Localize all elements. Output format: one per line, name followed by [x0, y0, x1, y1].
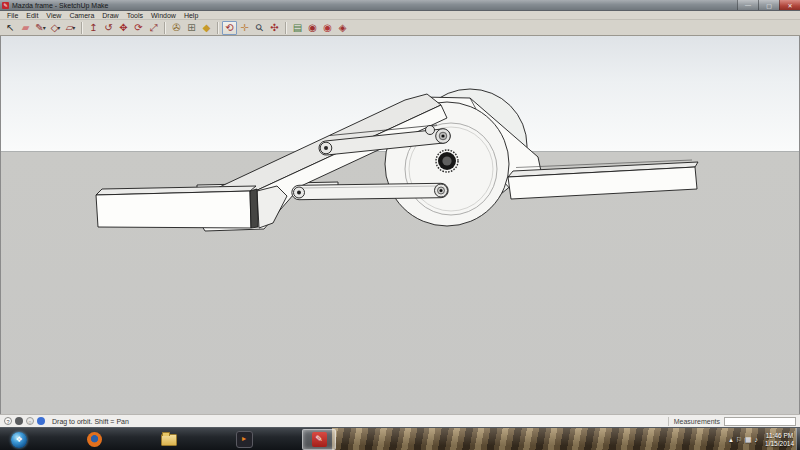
share-model-tool[interactable]: ◉ [320, 21, 335, 35]
dimension-tool-icon: ⊞ [187, 23, 195, 33]
components-tool[interactable]: ▤ [290, 21, 305, 35]
maximize-button[interactable]: ▢ [758, 0, 779, 10]
taskbar-item-sketchup-icon: ✎ [312, 432, 327, 447]
push-pull-tool-icon: ↥ [89, 23, 97, 33]
window-controls: —▢✕ [737, 0, 800, 10]
taskbar: ❖▸✎ ▴⚐▦♪ 11:46 PM 1/15/2014 [0, 427, 800, 450]
desktop-wallpaper-glass [332, 428, 796, 450]
start-button[interactable]: ❖ [2, 429, 36, 450]
taskbar-items: ❖▸✎ [2, 428, 377, 450]
taskbar-clock[interactable]: 11:46 PM 1/15/2014 [765, 432, 794, 447]
clevis-pivot [426, 126, 435, 135]
pan-tool-icon: ✛ [240, 23, 248, 33]
menu-edit[interactable]: Edit [22, 11, 42, 20]
zoom-tool-icon: ⚲ [253, 21, 265, 33]
status-bar: ?○ Drag to orbit. Shift = Pan Measuremen… [0, 414, 800, 427]
shapes-tool[interactable]: ◇▾ [48, 21, 63, 35]
dimension-tool[interactable]: ⊞ [184, 21, 199, 35]
orbit-tool-icon: ⟲ [225, 23, 233, 33]
move-tool-icon: ✥ [119, 23, 127, 33]
credits-icon[interactable]: ○ [26, 417, 34, 425]
arcs-tool[interactable]: ▱▾ [63, 21, 78, 35]
follow-me-tool[interactable]: ↺ [101, 21, 116, 35]
taskbar-item-sketchup[interactable]: ✎ [302, 429, 336, 450]
menu-camera[interactable]: Camera [65, 11, 98, 20]
measurements-label: Measurements [674, 418, 720, 425]
statusbar-icons: ?○ [4, 417, 48, 425]
menu-draw[interactable]: Draw [98, 11, 122, 20]
toolbar-separator [285, 22, 287, 34]
menu-tools[interactable]: Tools [123, 11, 147, 20]
zoom-extents-tool[interactable]: ✣ [267, 21, 282, 35]
scale-tool[interactable]: ⤢ [146, 21, 161, 35]
paint-bucket-tool-icon: ◆ [203, 23, 211, 33]
left-beam [96, 191, 251, 228]
get-models-tool[interactable]: ◉ [305, 21, 320, 35]
toolbar-separator [81, 22, 83, 34]
left-beam-cap [250, 189, 258, 228]
get-models-tool-icon: ◉ [308, 23, 317, 33]
tape-measure-tool-icon: ✇ [172, 23, 180, 33]
viewport[interactable] [0, 36, 800, 414]
close-button[interactable]: ✕ [779, 0, 800, 10]
arcs-tool-dropdown-icon[interactable]: ▾ [72, 24, 75, 31]
rotate-tool-icon: ⟳ [134, 23, 142, 33]
volume-icon[interactable]: ♪ [755, 436, 759, 444]
signin-icon[interactable] [37, 417, 45, 425]
taskbar-item-media-player[interactable]: ▸ [227, 429, 261, 450]
taskbar-item-firefox[interactable] [77, 429, 111, 450]
clock-time: 11:46 PM [766, 432, 793, 439]
select-tool[interactable]: ↖ [3, 21, 18, 35]
share-model-tool-icon: ◉ [323, 23, 332, 33]
menu-file[interactable]: File [3, 11, 22, 20]
start-button-icon: ❖ [11, 432, 27, 448]
follow-me-tool-icon: ↺ [104, 23, 112, 33]
select-tool-icon: ↖ [6, 23, 14, 33]
lower-link [292, 183, 448, 199]
menu-bar: FileEditViewCameraDrawToolsWindowHelp [0, 11, 800, 20]
push-pull-tool[interactable]: ↥ [86, 21, 101, 35]
move-tool[interactable]: ✥ [116, 21, 131, 35]
title-bar: ✎ Mazda frame - SketchUp Make —▢✕ [0, 0, 800, 11]
show-hidden-icons[interactable]: ▴ [729, 436, 733, 444]
zoom-extents-tool-icon: ✣ [270, 23, 278, 33]
network-icon[interactable]: ▦ [745, 436, 752, 444]
geolocation-icon[interactable] [15, 417, 23, 425]
clock-date: 1/15/2014 [765, 440, 794, 447]
paint-bucket-tool[interactable]: ◆ [199, 21, 214, 35]
menu-view[interactable]: View [42, 11, 65, 20]
extension-warehouse-tool[interactable]: ◈ [335, 21, 350, 35]
shapes-tool-dropdown-icon[interactable]: ▾ [57, 24, 60, 31]
taskbar-item-explorer[interactable] [152, 429, 186, 450]
line-tool-dropdown-icon[interactable]: ▾ [43, 24, 46, 31]
minimize-button[interactable]: — [737, 0, 758, 10]
hub-center [442, 156, 451, 165]
rotate-tool[interactable]: ⟳ [131, 21, 146, 35]
line-tool[interactable]: ✎▾ [33, 21, 48, 35]
menu-window[interactable]: Window [147, 11, 180, 20]
toolbar-separator [217, 22, 219, 34]
action-center-icon[interactable]: ⚐ [736, 436, 742, 444]
model-canvas[interactable] [1, 36, 799, 414]
eraser-tool-icon: ▰ [22, 23, 30, 33]
toolbar: ↖▰✎▾◇▾▱▾↥↺✥⟳⤢✇⊞◆⟲✛⚲✣▤◉◉◈ [0, 20, 800, 36]
extension-warehouse-tool-icon: ◈ [339, 23, 347, 33]
tape-measure-tool[interactable]: ✇ [169, 21, 184, 35]
toolbar-separator [164, 22, 166, 34]
menu-help[interactable]: Help [180, 11, 202, 20]
window-title: Mazda frame - SketchUp Make [12, 2, 108, 9]
sketchup-app-icon: ✎ [2, 2, 9, 9]
taskbar-item-media-player-icon: ▸ [236, 431, 253, 448]
statusbar-separator [668, 417, 669, 426]
zoom-tool[interactable]: ⚲ [252, 21, 267, 35]
status-hint: Drag to orbit. Shift = Pan [52, 418, 129, 425]
taskbar-item-firefox-icon [87, 432, 102, 447]
show-desktop-button[interactable] [796, 428, 800, 450]
help-icon[interactable]: ? [4, 417, 12, 425]
taskbar-item-explorer-icon [161, 434, 177, 446]
orbit-tool[interactable]: ⟲ [222, 21, 237, 35]
pan-tool[interactable]: ✛ [237, 21, 252, 35]
measurements-input[interactable] [724, 417, 796, 426]
components-tool-icon: ▤ [293, 23, 302, 33]
eraser-tool[interactable]: ▰ [18, 21, 33, 35]
